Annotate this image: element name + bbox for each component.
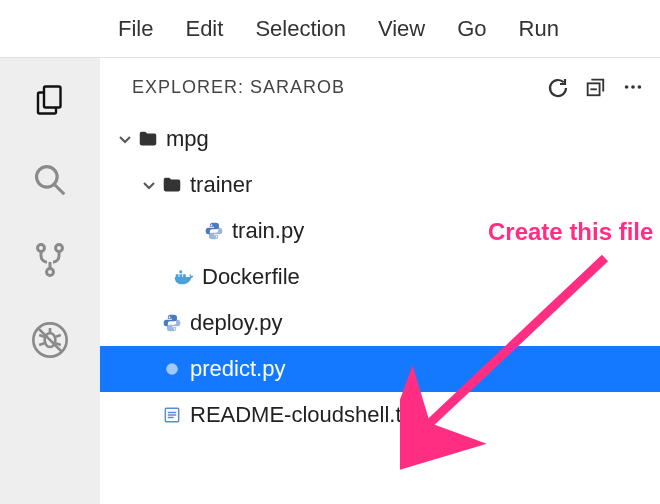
file-tree: mpg trainer train.py: [100, 110, 660, 438]
tree-file-predict[interactable]: predict.py: [100, 346, 660, 392]
svg-point-1: [37, 167, 58, 188]
source-control-icon[interactable]: [30, 240, 70, 280]
tree-label: trainer: [190, 172, 252, 198]
tree-folder-mpg[interactable]: mpg: [100, 116, 660, 162]
menu-run[interactable]: Run: [519, 16, 559, 42]
activity-bar: [0, 58, 100, 504]
explorer-panel: EXPLORER: SARAROB: [100, 58, 660, 504]
svg-rect-0: [44, 87, 61, 108]
files-icon[interactable]: [30, 80, 70, 120]
search-icon[interactable]: [30, 160, 70, 200]
svg-line-10: [56, 335, 61, 337]
python-icon: [200, 221, 228, 241]
svg-point-17: [631, 85, 635, 89]
svg-line-11: [39, 343, 44, 345]
menu-go[interactable]: Go: [457, 16, 486, 42]
menu-selection[interactable]: Selection: [255, 16, 346, 42]
explorer-title: EXPLORER: SARAROB: [132, 77, 345, 98]
tree-label: predict.py: [190, 356, 285, 382]
menu-edit[interactable]: Edit: [185, 16, 223, 42]
tree-file-deploy[interactable]: deploy.py: [100, 300, 660, 346]
menubar: File Edit Selection View Go Run: [0, 0, 660, 58]
svg-point-16: [625, 85, 629, 89]
python-icon: [158, 359, 186, 379]
menu-view[interactable]: View: [378, 16, 425, 42]
collapse-all-icon[interactable]: [584, 76, 606, 98]
tree-file-dockerfile[interactable]: Dockerfile: [100, 254, 660, 300]
svg-point-19: [166, 363, 178, 375]
folder-icon: [134, 128, 162, 150]
more-icon[interactable]: [622, 76, 644, 98]
tree-folder-trainer[interactable]: trainer: [100, 162, 660, 208]
folder-icon: [158, 174, 186, 196]
explorer-actions: [546, 76, 644, 98]
refresh-icon[interactable]: [546, 76, 568, 98]
menu-file[interactable]: File: [118, 16, 153, 42]
tree-label: mpg: [166, 126, 209, 152]
svg-point-18: [638, 85, 642, 89]
docker-icon: [170, 266, 198, 288]
tree-label: Dockerfile: [202, 264, 300, 290]
tree-file-readme[interactable]: README-cloudshell.txt: [100, 392, 660, 438]
tree-label: train.py: [232, 218, 304, 244]
svg-point-3: [38, 245, 45, 252]
svg-line-2: [55, 185, 65, 195]
chevron-down-icon: [140, 177, 158, 193]
svg-point-5: [47, 269, 54, 276]
chevron-down-icon: [116, 131, 134, 147]
tree-label: deploy.py: [190, 310, 283, 336]
python-icon: [158, 313, 186, 333]
svg-point-4: [56, 245, 63, 252]
debug-disabled-icon[interactable]: [30, 320, 70, 360]
text-file-icon: [158, 405, 186, 425]
tree-label: README-cloudshell.txt: [190, 402, 419, 428]
tree-file-train[interactable]: train.py: [100, 208, 660, 254]
